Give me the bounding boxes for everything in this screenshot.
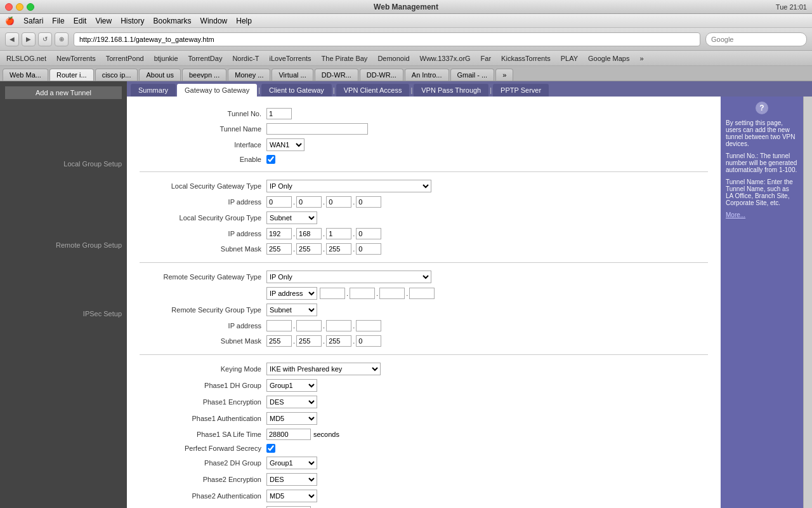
remote-group-ip-2[interactable]: [296, 320, 322, 331]
phase2-auth-select[interactable]: MD5 SHA1: [266, 490, 317, 502]
tab-summary[interactable]: Summary: [131, 84, 176, 97]
tab-about[interactable]: About us: [139, 69, 180, 81]
tab-beevpn[interactable]: beevpn ...: [182, 69, 226, 81]
phase1-sa-label: Phase1 SA Life Time: [140, 431, 266, 438]
bookmark-newtorrents[interactable]: NewTorrents: [53, 53, 100, 64]
remote-subnet-3[interactable]: [326, 335, 351, 347]
phase1-sa-input[interactable]: [266, 429, 311, 440]
menu-history[interactable]: History: [121, 17, 144, 25]
menu-window[interactable]: Window: [200, 17, 228, 25]
tab-pptp-server[interactable]: PPTP Server: [493, 84, 549, 97]
local-group-ip-1[interactable]: [266, 228, 292, 239]
phase1-enc-select[interactable]: DES 3DES AES-128 AES-192 AES-256: [266, 396, 317, 408]
bookmark-torrentday[interactable]: TorrentDay: [185, 53, 226, 64]
keying-mode-select[interactable]: IKE with Preshared key Manual: [266, 363, 381, 375]
apple-menu[interactable]: 🍎: [5, 17, 15, 25]
bookmark-play[interactable]: PLAY: [557, 53, 582, 64]
bookmark-googlemaps[interactable]: Google Maps: [584, 53, 633, 64]
local-ip-3[interactable]: [326, 196, 351, 208]
bookmark-piratebay[interactable]: The Pirate Bay: [318, 53, 372, 64]
tab-vpn-client-access[interactable]: VPN Client Access: [336, 84, 410, 97]
local-gateway-type-select[interactable]: IP Only IP + Domain Name IP + E-mail Add…: [266, 180, 431, 192]
local-ip-2[interactable]: [296, 196, 322, 208]
interface-select[interactable]: WAN1 WAN2: [266, 138, 304, 151]
tab-router[interactable]: Router i...: [49, 69, 94, 81]
remote-group-type-select[interactable]: Subnet IP IP Range: [266, 304, 317, 316]
bookmark-ilovetorrents[interactable]: iLoveTorrents: [266, 53, 315, 64]
divider-3: [140, 354, 708, 355]
local-group-ip-3[interactable]: [326, 228, 351, 239]
time-display: Tue 21:01: [776, 3, 807, 11]
local-subnet-3[interactable]: [326, 243, 351, 255]
reload-button[interactable]: ↺: [38, 32, 52, 46]
local-group-type-select[interactable]: Subnet IP IP Range: [266, 211, 317, 224]
tab-ddwr1[interactable]: DD-WR...: [315, 69, 358, 81]
traffic-lights[interactable]: [5, 3, 34, 11]
tab-money[interactable]: Money ...: [228, 69, 270, 81]
tab-more[interactable]: »: [495, 69, 513, 81]
remote-subnet-4[interactable]: [356, 335, 381, 347]
bookmark-btjunkie[interactable]: btjunkie: [150, 53, 182, 64]
add-tunnel-button[interactable]: Add a new Tunnel: [5, 86, 122, 99]
menu-edit[interactable]: Edit: [74, 17, 87, 25]
local-ip-4[interactable]: [356, 196, 381, 208]
bookmark-rlslog[interactable]: RLSLOG.net: [3, 53, 50, 64]
remote-ip-3[interactable]: [379, 288, 405, 299]
remote-gateway-type-select[interactable]: IP Only IP + Domain Name IP + E-mail Add…: [266, 271, 431, 283]
local-group-ip-4[interactable]: [356, 228, 381, 239]
home-button[interactable]: ⊕: [55, 32, 69, 46]
minimize-button[interactable]: [16, 3, 23, 11]
tab-ddwr2[interactable]: DD-WR...: [360, 69, 403, 81]
remote-ip-type-select[interactable]: IP address Name: [266, 287, 317, 300]
remote-subnet-2[interactable]: [296, 335, 322, 347]
tab-gmail[interactable]: Gmail - ...: [450, 69, 495, 81]
remote-ip-2[interactable]: [350, 288, 375, 299]
tab-gateway-to-gateway[interactable]: Gateway to Gateway: [177, 84, 257, 97]
local-subnet-4[interactable]: [356, 243, 381, 255]
menu-bookmarks[interactable]: Bookmarks: [154, 17, 192, 25]
bookmark-torrentpond[interactable]: TorrentPond: [102, 53, 148, 64]
local-group-ip-2[interactable]: [296, 228, 322, 239]
menu-help[interactable]: Help: [236, 17, 252, 25]
maximize-button[interactable]: [27, 3, 34, 11]
menu-safari[interactable]: Safari: [23, 17, 43, 25]
tab-webma[interactable]: Web Ma...: [3, 69, 48, 81]
remote-ip-4[interactable]: [409, 288, 435, 299]
phase1-dh-select[interactable]: Group1 Group2 Group5: [266, 379, 317, 392]
phase2-dh-select[interactable]: Group1 Group2 Group5: [266, 457, 317, 469]
more-link[interactable]: More...: [726, 211, 745, 218]
phase1-auth-select[interactable]: MD5 SHA1: [266, 412, 317, 425]
bookmark-kickass[interactable]: KickassTorrents: [497, 53, 554, 64]
bookmark-demonoid[interactable]: Demonoid: [374, 53, 413, 64]
bookmark-nordic[interactable]: Nordic-T: [228, 53, 263, 64]
bookmark-far[interactable]: Far: [477, 53, 495, 64]
remote-subnet-1[interactable]: [266, 335, 292, 347]
close-button[interactable]: [5, 3, 13, 11]
remote-group-ip-1[interactable]: [266, 320, 292, 331]
address-bar[interactable]: [74, 32, 700, 46]
tab-virtual[interactable]: Virtual ...: [272, 69, 313, 81]
scrollbar[interactable]: [803, 97, 812, 508]
tab-client-to-gateway[interactable]: Client to Gateway: [261, 84, 332, 97]
menu-view[interactable]: View: [95, 17, 112, 25]
local-subnet-2[interactable]: [296, 243, 322, 255]
phase2-enc-select[interactable]: DES 3DES AES-128: [266, 473, 317, 486]
menu-file[interactable]: File: [52, 17, 64, 25]
tunnel-no-input[interactable]: [266, 108, 292, 119]
bookmark-more[interactable]: »: [636, 53, 648, 64]
bookmark-1337x[interactable]: Www.1337x.orG: [416, 53, 475, 64]
remote-group-ip-3[interactable]: [326, 320, 351, 331]
forward-button[interactable]: ▶: [22, 32, 36, 46]
tab-intro[interactable]: An Intro...: [405, 69, 449, 81]
tab-cisco[interactable]: cisco ip...: [95, 69, 138, 81]
pfs-checkbox[interactable]: [266, 444, 275, 453]
local-subnet-1[interactable]: [266, 243, 292, 255]
remote-group-ip-4[interactable]: [356, 320, 381, 331]
remote-ip-1[interactable]: [320, 288, 345, 299]
search-bar[interactable]: [705, 32, 807, 46]
tab-vpn-pass-through[interactable]: VPN Pass Through: [414, 84, 488, 97]
tunnel-name-input[interactable]: [266, 123, 368, 135]
enable-checkbox[interactable]: [266, 155, 275, 164]
local-ip-1[interactable]: [266, 196, 292, 208]
back-button[interactable]: ◀: [5, 32, 19, 46]
